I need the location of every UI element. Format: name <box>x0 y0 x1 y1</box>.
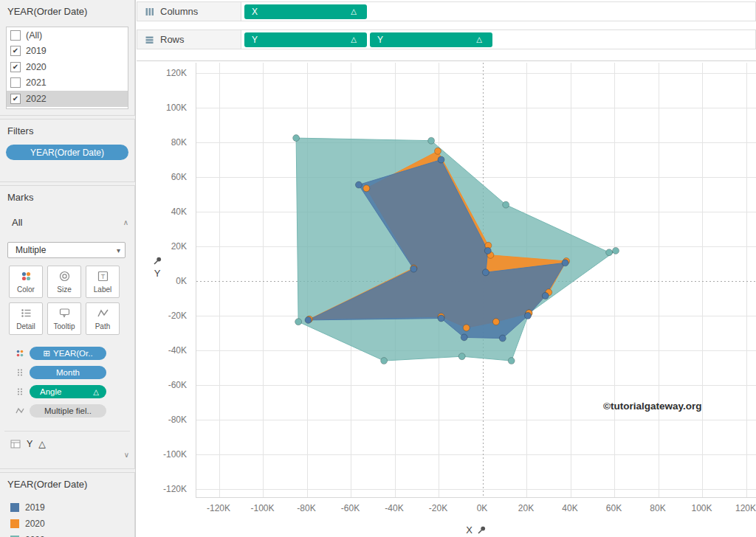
svg-text:T: T <box>100 273 105 280</box>
data-point-2022[interactable] <box>428 137 435 144</box>
checkbox-checked[interactable]: ✔ <box>10 46 21 56</box>
filter-item-2022[interactable]: ✔2022 <box>7 91 128 107</box>
y-tick-label: 100K <box>166 103 187 113</box>
scroll-up-icon[interactable]: ∧ <box>123 219 128 226</box>
data-point-2019[interactable] <box>355 181 362 188</box>
filter-item-2020[interactable]: ✔2020 <box>7 59 128 75</box>
legend-item-2022[interactable]: 2022 <box>0 532 134 537</box>
tooltip-icon <box>59 308 70 321</box>
y-tick-label: -100K <box>163 449 187 460</box>
data-point-2022[interactable] <box>606 249 613 256</box>
data-point-2019[interactable] <box>438 315 444 322</box>
label-icon: T <box>97 271 109 284</box>
filters-card-title: Filters <box>7 125 33 136</box>
x-tick-label: 60K <box>606 503 622 513</box>
filter-item-2019[interactable]: ✔2019 <box>7 44 128 60</box>
data-point-2022[interactable] <box>508 358 515 364</box>
x-axis-title[interactable]: X <box>196 524 756 536</box>
data-point-2020[interactable] <box>463 325 470 331</box>
data-point-2019[interactable] <box>461 334 467 341</box>
plot-region: ©tutorialgateway.org <box>196 63 756 498</box>
x-tick-label: -60K <box>341 503 360 513</box>
marks-button-detail[interactable]: Detail <box>9 302 43 335</box>
data-point-2019[interactable] <box>525 313 532 319</box>
columns-shelf: Columns X△ <box>137 1 756 21</box>
data-point-2019[interactable] <box>482 269 489 276</box>
y-tick-label: 120K <box>166 68 187 78</box>
data-point-2022[interactable] <box>381 358 388 364</box>
marks-card: Marks All ∧ Multiple ▾ ColorSizeTLabelDe… <box>0 185 135 469</box>
rows-icon <box>145 35 154 44</box>
delta-indicator: △ <box>476 35 482 44</box>
marks-button-label[interactable]: TLabel <box>86 266 120 298</box>
filter-item-all[interactable]: (All) <box>7 27 128 44</box>
data-point-2019[interactable] <box>499 335 506 342</box>
filter-pill-year-order-date[interactable]: YEAR(Order Date) <box>6 145 128 160</box>
delta-indicator: △ <box>38 438 46 449</box>
x-tick-label: -80K <box>297 503 315 513</box>
columns-shelf-text: Columns <box>160 6 198 17</box>
rows-shelf-strip[interactable]: Y△Y△ <box>241 30 756 49</box>
legend-swatch <box>10 519 19 528</box>
x-tick-label: 0K <box>477 503 488 513</box>
marks-button-color[interactable]: Color <box>9 266 43 298</box>
data-point-2020[interactable] <box>492 319 499 325</box>
data-point-2022[interactable] <box>613 247 619 254</box>
data-point-2022[interactable] <box>295 319 302 325</box>
data-point-2019[interactable] <box>542 293 549 299</box>
x-tick-label: 120K <box>735 503 756 513</box>
data-point-2022[interactable] <box>503 201 509 208</box>
y-tick-label: -60K <box>168 380 187 390</box>
delta-indicator: △ <box>351 7 357 15</box>
watermark: ©tutorialgateway.org <box>603 401 701 412</box>
measure-field-row[interactable]: Y △ <box>10 438 46 449</box>
mark-type-dropdown[interactable]: Multiple ▾ <box>7 242 126 258</box>
scroll-down-icon[interactable]: ∨ <box>124 451 129 459</box>
y-axis-title[interactable]: Y <box>153 256 162 279</box>
pin-icon <box>153 256 162 266</box>
data-point-2019[interactable] <box>410 266 417 272</box>
checkbox-checked[interactable]: ✔ <box>10 62 21 72</box>
filter-listbox: (All)✔2019✔20202021✔2022 <box>6 27 128 109</box>
marks-button-path[interactable]: Path <box>86 302 120 335</box>
marks-pill-yearor[interactable]: ⊞YEAR(Or.. <box>30 347 106 360</box>
shelf-pill-y[interactable]: Y△ <box>370 32 492 47</box>
x-axis-title-label: X <box>466 524 472 536</box>
y-tick-label: -40K <box>168 345 187 356</box>
data-point-2020[interactable] <box>435 148 441 154</box>
data-point-2019[interactable] <box>305 316 312 323</box>
path-line-icon <box>15 406 25 415</box>
columns-icon <box>145 7 154 16</box>
data-point-2020[interactable] <box>363 185 370 192</box>
marks-card-title: Marks <box>7 192 33 203</box>
marks-button-label: Tooltip <box>54 322 75 330</box>
x-tick-label: 100K <box>691 503 712 513</box>
marks-pill-multiplefiel[interactable]: Multiple fiel.. <box>30 404 106 418</box>
data-point-2019[interactable] <box>484 247 491 254</box>
y-tick-label: -20K <box>168 311 187 321</box>
checkbox-unchecked[interactable] <box>10 30 21 41</box>
radar-chart-svg <box>196 63 756 497</box>
marks-all-row[interactable]: All ∧ <box>12 217 128 228</box>
filter-item-2021[interactable]: 2021 <box>7 75 128 91</box>
columns-shelf-strip[interactable]: X△ <box>241 1 756 21</box>
marks-pill-month[interactable]: Month <box>30 366 106 379</box>
data-point-2019[interactable] <box>438 156 444 163</box>
shelf-pill-y[interactable]: Y△ <box>244 32 367 47</box>
filter-item-label: 2022 <box>26 94 47 104</box>
color-dots-icon <box>15 349 25 358</box>
shelf-pill-x[interactable]: X△ <box>244 4 367 19</box>
checkbox-checked[interactable]: ✔ <box>10 94 21 104</box>
legend-item-2019[interactable]: 2019 <box>0 499 134 516</box>
filter-item-label: 2019 <box>26 46 47 56</box>
data-point-2022[interactable] <box>458 353 465 360</box>
legend-item-2020[interactable]: 2020 <box>0 516 134 532</box>
marks-pill-angle[interactable]: Angle△ <box>30 385 106 398</box>
marks-button-size[interactable]: Size <box>47 266 81 298</box>
data-point-2022[interactable] <box>293 135 300 142</box>
data-point-2019[interactable] <box>562 260 568 266</box>
marks-button-tooltip[interactable]: Tooltip <box>47 302 81 335</box>
marks-pill-row: ⊞YEAR(Or.. <box>15 347 106 360</box>
filter-item-label: 2020 <box>26 62 47 72</box>
checkbox-unchecked[interactable] <box>10 77 21 88</box>
